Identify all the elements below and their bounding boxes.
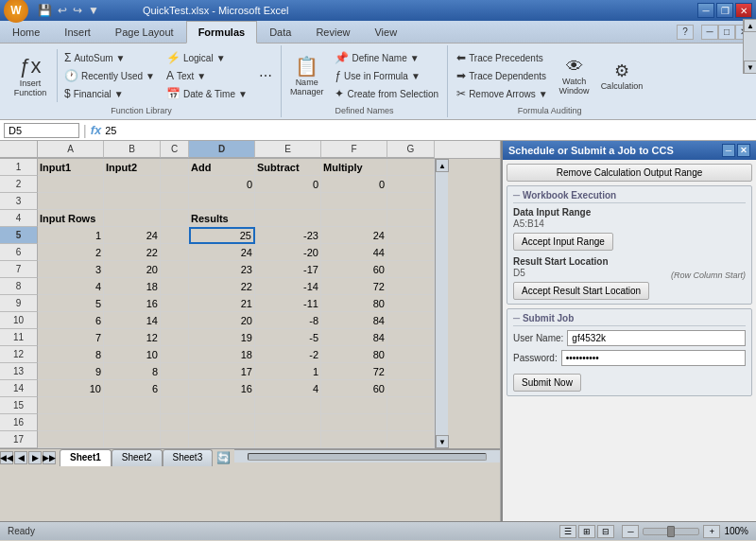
- row-header-13[interactable]: 13: [0, 363, 38, 380]
- cell-r11c4[interactable]: 19: [189, 329, 255, 346]
- cell-r15c4[interactable]: [189, 397, 255, 414]
- cell-r7c5[interactable]: -17: [255, 261, 321, 278]
- cell-r6c1[interactable]: 2: [38, 244, 104, 261]
- cell-r4c1[interactable]: Input Rows: [38, 210, 104, 227]
- cell-r5c2[interactable]: 24: [104, 227, 161, 244]
- row-header-17[interactable]: 17: [0, 431, 38, 448]
- cell-r9c2[interactable]: 16: [104, 295, 161, 312]
- ribbon-restore-btn[interactable]: □: [718, 25, 735, 40]
- cell-r5c5[interactable]: -23: [255, 227, 321, 244]
- cell-r8c4[interactable]: 22: [189, 278, 255, 295]
- datetime-btn[interactable]: 📅 Date & Time ▼: [162, 85, 252, 102]
- normal-view-btn[interactable]: ☰: [559, 525, 576, 538]
- cell-r14c6[interactable]: 60: [321, 380, 387, 397]
- cell-r9c5[interactable]: -11: [255, 295, 321, 312]
- cell-r1c6[interactable]: Multiply: [321, 159, 387, 176]
- cell-r3c3[interactable]: [161, 193, 189, 210]
- cell-r16c2[interactable]: [104, 414, 161, 431]
- cell-r16c7[interactable]: [387, 414, 435, 431]
- row-header-5[interactable]: 5: [0, 227, 38, 244]
- password-input[interactable]: [561, 350, 746, 366]
- cell-r10c7[interactable]: [387, 312, 435, 329]
- cell-r6c5[interactable]: -20: [255, 244, 321, 261]
- tab-home[interactable]: Home: [0, 21, 52, 43]
- row-header-10[interactable]: 10: [0, 312, 38, 329]
- cell-r3c2[interactable]: [104, 193, 161, 210]
- cell-r7c3[interactable]: [161, 261, 189, 278]
- cell-r11c6[interactable]: 84: [321, 329, 387, 346]
- cell-r9c1[interactable]: 5: [38, 295, 104, 312]
- tab-insert[interactable]: Insert: [52, 21, 103, 43]
- cell-r1c5[interactable]: Subtract: [255, 159, 321, 176]
- cell-r6c4[interactable]: 24: [189, 244, 255, 261]
- cell-r7c6[interactable]: 60: [321, 261, 387, 278]
- row-header-4[interactable]: 4: [0, 210, 38, 227]
- cell-r16c5[interactable]: [255, 414, 321, 431]
- row-header-16[interactable]: 16: [0, 414, 38, 431]
- watch-window-btn[interactable]: 👁 WatchWindow: [555, 47, 594, 104]
- col-B[interactable]: B: [104, 141, 161, 158]
- cell-r9c4[interactable]: 21: [189, 295, 255, 312]
- tab-page-layout[interactable]: Page Layout: [103, 21, 186, 43]
- cell-r15c5[interactable]: [255, 397, 321, 414]
- cell-r8c2[interactable]: 18: [104, 278, 161, 295]
- page-layout-view-btn[interactable]: ⊞: [578, 525, 595, 538]
- cell-r13c6[interactable]: 72: [321, 363, 387, 380]
- cell-r14c4[interactable]: 16: [189, 380, 255, 397]
- tab-data[interactable]: Data: [257, 21, 303, 43]
- cell-r12c3[interactable]: [161, 346, 189, 363]
- cell-r10c2[interactable]: 14: [104, 312, 161, 329]
- cell-r7c2[interactable]: 20: [104, 261, 161, 278]
- cell-r13c4[interactable]: 17: [189, 363, 255, 380]
- col-E[interactable]: E: [255, 141, 321, 158]
- cell-r9c3[interactable]: [161, 295, 189, 312]
- cell-r11c3[interactable]: [161, 329, 189, 346]
- redo-btn[interactable]: ↪: [71, 3, 84, 18]
- scrollbar-v[interactable]: ▲ ▼: [435, 159, 448, 448]
- cell-r17c2[interactable]: [104, 431, 161, 448]
- cell-r6c3[interactable]: [161, 244, 189, 261]
- tab-review[interactable]: Review: [303, 21, 362, 43]
- cell-r8c1[interactable]: 4: [38, 278, 104, 295]
- close-btn[interactable]: ✕: [735, 3, 752, 18]
- cell-r15c6[interactable]: [321, 397, 387, 414]
- name-box[interactable]: [4, 123, 79, 138]
- cell-r14c2[interactable]: 6: [104, 380, 161, 397]
- row-header-15[interactable]: 15: [0, 397, 38, 414]
- cell-r15c1[interactable]: [38, 397, 104, 414]
- cell-r12c5[interactable]: -2: [255, 346, 321, 363]
- remove-calc-btn[interactable]: Remove Calculation Output Range: [507, 164, 752, 182]
- zoom-slider[interactable]: [643, 528, 699, 535]
- cell-r16c1[interactable]: [38, 414, 104, 431]
- cell-r2c2[interactable]: [104, 176, 161, 193]
- cell-r14c7[interactable]: [387, 380, 435, 397]
- remove-arrows-btn[interactable]: ✂ Remove Arrows ▼: [452, 85, 552, 102]
- sheet-last-btn[interactable]: ▶▶: [43, 451, 56, 464]
- minimize-btn[interactable]: ─: [697, 3, 714, 18]
- accept-result-btn[interactable]: Accept Result Start Location: [513, 282, 649, 300]
- ribbon-minimize-btn[interactable]: ─: [701, 25, 718, 40]
- save-btn[interactable]: 💾: [36, 3, 54, 18]
- restore-btn[interactable]: ❐: [716, 3, 733, 18]
- cell-r11c7[interactable]: [387, 329, 435, 346]
- cell-r9c7[interactable]: [387, 295, 435, 312]
- row-header-14[interactable]: 14: [0, 380, 38, 397]
- cell-r8c6[interactable]: 72: [321, 278, 387, 295]
- cell-r8c3[interactable]: [161, 278, 189, 295]
- scroll-down-btn[interactable]: ▼: [436, 435, 449, 448]
- cell-r17c3[interactable]: [161, 431, 189, 448]
- add-sheet-btn[interactable]: 🔄: [213, 449, 234, 466]
- cell-r1c3[interactable]: [161, 159, 189, 176]
- cell-r13c1[interactable]: 9: [38, 363, 104, 380]
- cell-r15c7[interactable]: [387, 397, 435, 414]
- zoom-out-btn[interactable]: ─: [622, 525, 639, 538]
- row-header-9[interactable]: 9: [0, 295, 38, 312]
- accept-input-btn[interactable]: Accept Input Range: [513, 233, 613, 251]
- cell-r7c4[interactable]: 23: [189, 261, 255, 278]
- cell-r2c6[interactable]: 0: [321, 176, 387, 193]
- row-header-2[interactable]: 2: [0, 176, 38, 193]
- cell-r10c3[interactable]: [161, 312, 189, 329]
- use-in-formula-btn[interactable]: ƒ Use in Formula ▼: [330, 67, 443, 84]
- cell-r2c4[interactable]: 0: [189, 176, 255, 193]
- cell-r15c2[interactable]: [104, 397, 161, 414]
